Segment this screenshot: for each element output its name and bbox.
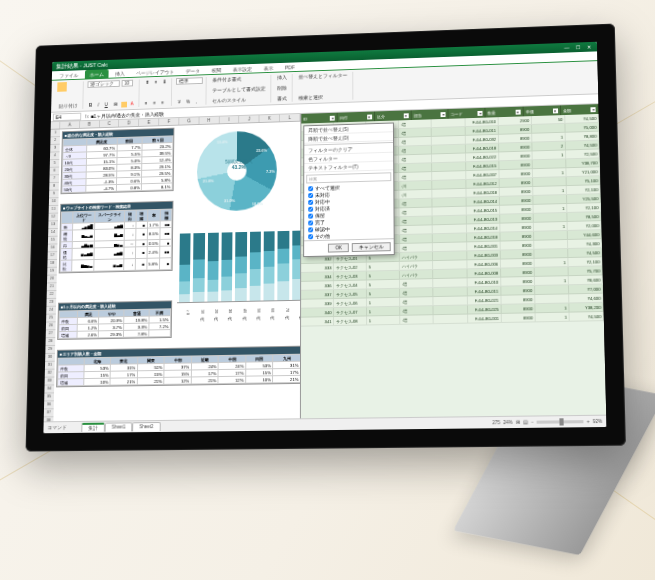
bold-button[interactable]: B — [87, 102, 94, 109]
cell-style-button[interactable]: セルのスタイル — [211, 96, 268, 105]
sort-filter-button[interactable]: 並べ替えとフィルター — [297, 72, 350, 81]
zoom-slider[interactable] — [537, 420, 584, 424]
filter-ok-button[interactable]: OK — [328, 243, 348, 252]
filter-arrow-icon[interactable]: ▾ — [478, 110, 483, 115]
formula-input[interactable]: ■1ヶ月以内/過去の失金・購入経験 — [91, 110, 165, 118]
zoom-out-button[interactable]: − — [531, 420, 534, 425]
fx-icon[interactable]: fx — [85, 113, 89, 119]
tab-home[interactable]: ホーム — [85, 69, 109, 78]
filter-col[interactable]: 単価▾ — [523, 105, 561, 116]
tab-view[interactable]: 表示 — [259, 63, 278, 72]
cells-area[interactable]: ■総合的な満足度・購入経験 満足度前回前々回全体60.7%7.7%23.2%～9… — [53, 122, 300, 422]
comma-button[interactable]: , — [194, 98, 199, 105]
summary-table-2: ■ウェブサイトの検索ワード・検索結果 上位ワードスパークライン傾向増減率指標新▂… — [59, 201, 174, 274]
filter-cancel-button[interactable]: キャンセル — [352, 242, 391, 252]
percent-button[interactable]: % — [184, 98, 192, 105]
sheet-tab-2[interactable]: Sheet2 — [132, 422, 160, 431]
filter-arrow-icon[interactable]: ▾ — [403, 113, 408, 118]
font-name-dropdown[interactable]: 游ゴシック — [87, 80, 119, 88]
delete-cells-button[interactable]: 削除 — [276, 85, 290, 92]
view-page-icon[interactable]: ▤ — [523, 420, 528, 425]
table-row[interactable]: 337サクセス-055 :増 F-64-B0-0118900¥7,000 — [301, 285, 603, 300]
table-row[interactable]: 340サクセス-071 :増 F-64-B0-02589001¥38,200 — [301, 303, 604, 318]
pie-center-value: 43.2% — [225, 164, 252, 171]
underline-button[interactable]: U — [103, 101, 110, 108]
chk-1[interactable] — [308, 193, 313, 198]
table-row[interactable]: 339サクセス-061 :増 F-64-B0-0218900¥4,600 — [301, 294, 603, 309]
minimize-button[interactable]: — — [563, 44, 571, 51]
find-select-button[interactable]: 検索と選択 — [297, 93, 350, 102]
filter-arrow-icon[interactable]: ▾ — [367, 114, 372, 119]
zoom-level[interactable]: 92% — [593, 419, 603, 424]
filter-dropdown-menu: 昇順で並べ替え(S) 降順で並べ替え(D) フィルターのクリア 色フィルター テ… — [303, 123, 395, 258]
table-format-button[interactable]: テーブルとして書式設定 — [211, 85, 268, 94]
filter-col[interactable]: 数量▾ — [486, 107, 524, 118]
align-left-button[interactable]: ≡ — [143, 100, 149, 107]
pie-graphic: 13.4% 23.6% 21.8% 31.0% 10.0% 7.2% — [197, 130, 277, 212]
paste-button[interactable]: 貼り付け — [57, 102, 80, 109]
chk-all[interactable] — [308, 186, 313, 191]
tab-display-settings[interactable]: 表示設定 — [228, 64, 257, 74]
align-right-button[interactable]: ≡ — [159, 99, 165, 106]
filter-col[interactable]: コード▾ — [448, 108, 485, 119]
tab-pdf[interactable]: PDF — [280, 62, 299, 71]
sheet-tab-0[interactable]: 集計 — [81, 423, 105, 432]
filter-arrow-icon[interactable]: ▾ — [515, 109, 520, 114]
bar-chart: ～910代20代30代40代50代60代70代80代 — [177, 227, 301, 328]
table-row[interactable]: 332サクセス-015 ハイバラ F-64-B0-0038900¥4,500 — [301, 248, 602, 264]
italic-button[interactable]: I — [96, 102, 101, 109]
font-color-button[interactable]: A — [129, 100, 136, 107]
worksheet-left: ABCDEFGHIJKL 123456789101112131415161718… — [44, 114, 301, 421]
table-row[interactable]: 333サクセス-025 ハイバラ F-64-B0-00689001¥2,100 — [301, 257, 602, 273]
align-middle-button[interactable]: ≡ — [153, 79, 159, 86]
table-row[interactable]: 334サクセス-035 ハイバラ F-64-B0-0088900¥5,700 — [301, 266, 603, 282]
close-button[interactable]: ✕ — [585, 43, 593, 50]
tab-data[interactable]: データ — [181, 66, 205, 75]
insert-cells-button[interactable]: 挿入 — [276, 74, 290, 81]
align-center-button[interactable]: ≡ — [151, 100, 157, 107]
filter-col[interactable]: 金額▾ — [561, 104, 599, 115]
chk-6[interactable] — [308, 227, 313, 232]
summary-table-4: ■エリア別購入数・金額 北海東北関東中部近畿中国四国九州件数53%31%51%3… — [56, 346, 300, 388]
workspace: ABCDEFGHIJKL 123456789101112131415161718… — [44, 104, 607, 421]
tab-review[interactable]: 校閲 — [207, 65, 226, 74]
border-button[interactable]: ⊞ — [111, 101, 119, 108]
app-window: 集計結果 - JUST Calc — ☐ ✕ ファイル ホーム 挿入 ページレイ… — [43, 42, 606, 434]
tab-insert[interactable]: 挿入 — [110, 69, 129, 78]
table-row[interactable]: 328野川ユカ-146 :増 F-64-B0-0188900¥44,600 — [301, 230, 602, 246]
filter-arrow-icon[interactable]: ▾ — [590, 107, 595, 112]
summary-table-1: ■総合的な満足度・購入経験 満足度前回前々回全体60.7%7.7%23.2%～9… — [61, 128, 175, 195]
maximize-button[interactable]: ☐ — [574, 44, 582, 51]
table-row[interactable]: 330野川ユカ-156 :増 F-64-B0-0018900¥4,300 — [301, 239, 602, 255]
view-normal-icon[interactable]: ⊞ — [516, 420, 520, 425]
table-row[interactable]: 336サクセス-045 :増 F-64-B0-01089001¥8,600 — [301, 275, 603, 290]
currency-button[interactable]: ¥ — [176, 99, 182, 106]
status-avg: 24% — [503, 420, 512, 425]
zoom-in-button[interactable]: + — [587, 419, 590, 424]
tab-file[interactable]: ファイル — [55, 70, 83, 79]
filter-arrow-icon[interactable]: ▾ — [330, 115, 335, 120]
format-cells-button[interactable]: 書式 — [276, 95, 290, 102]
chk-7[interactable] — [308, 234, 313, 239]
filter-arrow-icon[interactable]: ▾ — [553, 108, 558, 113]
text-filter-item[interactable]: テキストフィルター(T) — [304, 161, 393, 172]
status-count: 275 — [492, 420, 500, 425]
chk-2[interactable] — [308, 200, 313, 205]
table-row[interactable]: 327野川ユカ-136 :増 F-64-B0-01489001¥2,000 — [301, 221, 601, 237]
align-bottom-button[interactable]: ⬇ — [161, 78, 169, 85]
filter-search-input[interactable]: 検索 — [306, 172, 391, 183]
sheet-tab-1[interactable]: Sheet1 — [105, 422, 133, 431]
app-title: 集計結果 - JUST Calc — [56, 61, 108, 69]
chk-4[interactable] — [308, 214, 313, 219]
align-top-button[interactable]: ⬆ — [143, 79, 151, 86]
chk-5[interactable] — [308, 220, 313, 225]
font-size-dropdown[interactable]: 10 — [122, 80, 134, 87]
name-box[interactable]: E4 — [53, 112, 82, 121]
number-format-dropdown[interactable]: 標準 — [176, 77, 203, 85]
table-row[interactable]: 341サクセス-081 :増 F-64-B0-00189001¥4,500 — [301, 312, 604, 327]
summary-table-3: ■1ヶ月以内の満足度・購入経験 満足やや普通不満件数6.6%20.9%19.8%… — [57, 300, 172, 340]
filter-arrow-icon[interactable]: ▾ — [441, 112, 446, 117]
conditional-format-button[interactable]: 条件付き書式 — [211, 75, 268, 84]
chk-3[interactable] — [308, 207, 313, 212]
fill-color-button[interactable] — [121, 101, 127, 107]
